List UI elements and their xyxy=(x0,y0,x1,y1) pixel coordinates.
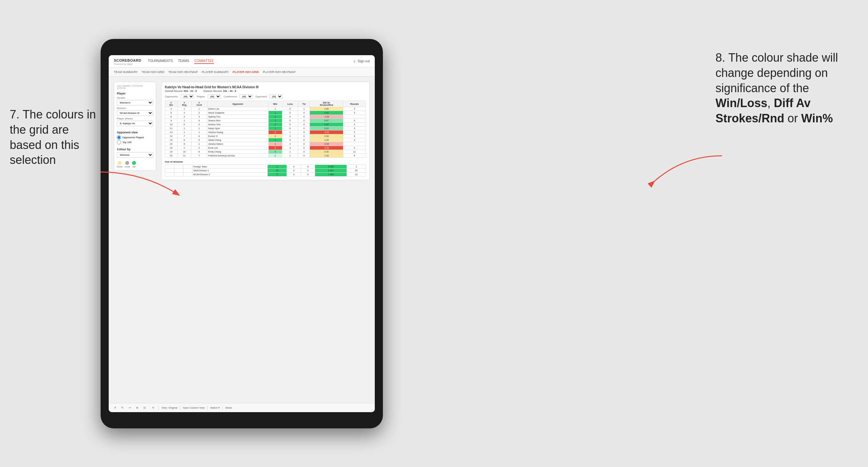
view-original-btn[interactable]: View: Original xyxy=(161,406,177,409)
paste-btn[interactable]: ⊡ · xyxy=(142,406,148,410)
td-conf: 2 xyxy=(191,111,207,115)
th-rounds: Rounds xyxy=(343,101,366,107)
td-opponent: Alexis Sudjianto xyxy=(207,111,268,115)
td-opponent: Stella Cheng xyxy=(207,138,268,142)
up-dot xyxy=(132,161,136,165)
share-btn[interactable]: Share xyxy=(225,406,232,409)
td-loss: 0 xyxy=(282,107,298,111)
nav-teams[interactable]: TEAMS xyxy=(178,58,189,64)
td-diff: 1.25 xyxy=(310,138,343,142)
division-select[interactable]: NCAA Division III xyxy=(117,110,153,116)
td-tie: 0 xyxy=(298,142,310,146)
td-tie: 0 xyxy=(298,154,310,158)
td-reg: 6 xyxy=(178,123,191,127)
bottom-toolbar: ↺ ↻ ↩ ⧉ ⊡ · ↻ View: Original Save Custom… xyxy=(109,403,375,412)
sign-in-icon: ›| xyxy=(353,60,355,63)
td-opponent: Federica Domecq Lacroze xyxy=(207,154,268,158)
td-win: 1 xyxy=(268,138,282,142)
colour-by-select[interactable]: Win/loss xyxy=(117,152,153,158)
td-opponent: Eunice Yi xyxy=(207,134,268,138)
td-rounds: 2 xyxy=(343,146,366,150)
refresh-btn[interactable]: ↻ xyxy=(151,406,156,410)
top-100-radio[interactable]: Top 100 xyxy=(117,140,153,145)
td-opponent: NCAA Division 2 xyxy=(192,173,268,177)
td-opponent: Jessica Mason xyxy=(207,142,268,146)
td-win: 4 xyxy=(268,150,282,154)
logo: SCOREBOARD Powered by clippd xyxy=(114,57,141,65)
td-conf: 2 xyxy=(191,146,207,150)
td-reg: 1 xyxy=(178,127,191,130)
sub-nav-team-h2h-heatmap[interactable]: TEAM H2H HEATMAP xyxy=(168,70,198,74)
division-label: Division xyxy=(117,107,153,110)
td-loss: 2 xyxy=(282,134,298,138)
table-row: 5 2 2 Alexis Sudjianto 1 0 0 4.00 3 xyxy=(165,111,366,115)
copy-btn[interactable]: ⧉ xyxy=(135,406,140,410)
back-btn[interactable]: ↩ xyxy=(127,406,132,410)
sub-nav-player-summary[interactable]: PLAYER SUMMARY xyxy=(202,70,229,74)
td-win: 1 xyxy=(268,111,282,115)
td-tie: 0 xyxy=(298,119,310,123)
arrow-left xyxy=(94,165,191,205)
td-loss: 1 xyxy=(282,154,298,158)
undo-btn[interactable]: ↺ xyxy=(113,406,118,410)
region-filter-label: Region xyxy=(197,95,205,98)
out-of-division-table: Foreign Team 1 0 0 4.500 2 NAIA Division… xyxy=(165,164,366,177)
th-win: Win xyxy=(268,101,282,107)
player-rank-label: Player (Rank) xyxy=(117,117,153,120)
td-opponent: Esther Lee xyxy=(207,107,268,111)
td-div: 16 xyxy=(165,142,178,146)
sign-out-link[interactable]: Sign out xyxy=(358,59,370,64)
td-opponent: Foreign Team xyxy=(192,165,268,169)
table-row: 18 2 2 Euna Lee 0 3 0 -5.00 2 xyxy=(165,146,366,150)
player-rank-select[interactable]: 8. Katelyn Vo xyxy=(117,121,153,126)
watch-btn[interactable]: Watch ▾ xyxy=(210,406,220,409)
td-reg: 10 xyxy=(178,150,191,154)
td-div: 6 xyxy=(165,115,178,119)
td-win: 2 xyxy=(268,123,282,127)
td-tie: 0 xyxy=(298,127,310,130)
td-div: 20 xyxy=(165,154,178,158)
opponent-played-radio[interactable]: Opponents Played xyxy=(117,135,153,139)
td-win: 1 xyxy=(268,119,282,123)
sub-nav-player-h2h-grid[interactable]: PLAYER H2H GRID xyxy=(232,70,259,74)
table-row: 16 9 1 Jessica Mason 1 2 0 -0.94 xyxy=(165,142,366,146)
td-diff: 9.267 xyxy=(315,169,347,173)
sub-nav-player-h2h-heatmap[interactable]: PLAYER H2H HEATMAP xyxy=(263,70,296,74)
th-tie: Tie xyxy=(298,101,310,107)
td-win: 1 xyxy=(268,107,282,111)
main-data-table: #Div #Reg #Conf Opponent Win Loss Tie Di… xyxy=(165,101,366,158)
save-custom-btn[interactable]: Save Custom View xyxy=(183,406,205,409)
td-loss: 0 xyxy=(282,119,298,123)
nav-committee[interactable]: COMMITTEE xyxy=(194,58,214,64)
td-diff: 4.00 xyxy=(310,111,343,115)
table-row: 15 8 5 Stella Cheng 1 0 0 1.25 4 xyxy=(165,138,366,142)
sub-nav-team-h2h-grid[interactable]: TEAM H2H GRID xyxy=(142,70,164,74)
td-conf: 1 xyxy=(191,107,207,111)
td-tie: 0 xyxy=(298,115,310,119)
table-row: 11 1 1 Heejo Hyun 1 0 0 3.33 3 xyxy=(165,127,366,130)
sub-nav-team-summary[interactable]: TEAM SUMMARY xyxy=(114,70,137,74)
opponent-filter-select[interactable]: (All) xyxy=(269,94,283,99)
nav-tournaments[interactable]: TOURNAMENTS xyxy=(148,58,173,64)
annotation-left: 7. The colours in the grid are based on … xyxy=(10,107,104,168)
td-opponent: Emily Chang xyxy=(207,150,268,154)
td-diff: 3.67 xyxy=(310,119,343,123)
table-row: 20 11 7 Federica Domecq Lacroze 2 1 0 1.… xyxy=(165,154,366,158)
td-tie: 0 xyxy=(298,150,310,154)
td-tie: 0 xyxy=(298,134,310,138)
region-filter-select[interactable]: (All) xyxy=(208,94,221,99)
td-tie: 0 xyxy=(298,130,310,134)
gender-select[interactable]: Women's xyxy=(117,100,153,105)
td-div: 10 xyxy=(165,123,178,127)
td-win: 1 xyxy=(268,165,287,169)
redo-btn[interactable]: ↻ xyxy=(120,406,125,410)
main-content: Last Updated: 27/03/2024 16:55:38 Player… xyxy=(109,76,375,403)
opponents-filter-select[interactable]: (All) xyxy=(181,94,194,99)
td-diff: 7.400 xyxy=(315,173,347,177)
conference-filter-select[interactable]: (All) xyxy=(240,94,253,99)
td-diff: -3.00 xyxy=(310,130,343,134)
grid-records: Overall Record: 353 - 34 - 6 Division Re… xyxy=(165,90,366,93)
td-diff: 4.00 xyxy=(310,123,343,127)
td-win: 15 xyxy=(268,169,287,173)
td-reg: 2 xyxy=(178,111,191,115)
